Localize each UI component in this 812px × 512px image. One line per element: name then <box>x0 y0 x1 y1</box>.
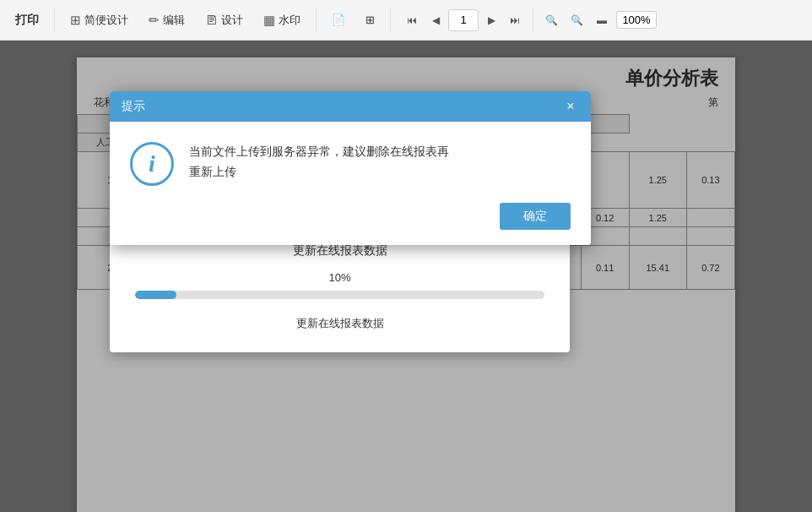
dialog-body: i 当前文件上传到服务器异常，建议删除在线报表再 重新上传 <box>110 122 591 203</box>
watermark-button[interactable]: ▦ 水印 <box>255 9 309 31</box>
main-area: 单价分析表 花和润园6号楼 第 综合单价组成（元） 人工费 材料费 机械费 计费… <box>0 41 812 512</box>
zoom-level-display: 100% <box>616 11 657 29</box>
next-page-button[interactable]: ▶ <box>480 9 502 31</box>
print-button[interactable]: 打印 <box>7 9 47 31</box>
toolbar: 打印 ⊞ 简便设计 ✏ 编辑 🖹 设计 ▦ 水印 📄 ⊞ ⏮ ◀ ▶ ⏭ 🔍 🔍… <box>0 0 812 41</box>
simple-design-button[interactable]: ⊞ 简便设计 <box>62 9 137 31</box>
last-page-button[interactable]: ⏭ <box>504 9 526 31</box>
info-icon-circle: i <box>130 142 174 186</box>
edit-button[interactable]: ✏ 编辑 <box>140 9 193 31</box>
first-page-button[interactable]: ⏮ <box>401 9 423 31</box>
watermark-icon: ▦ <box>263 13 275 28</box>
toolbar-divider-3 <box>390 8 391 32</box>
dialog-message-line2: 重新上传 <box>189 162 571 182</box>
zoom-out-button[interactable]: 🔍 <box>566 9 587 31</box>
page-icon: 📄 <box>332 14 345 26</box>
dialog-footer: 确定 <box>110 203 591 245</box>
dialog-message-line1: 当前文件上传到服务器异常，建议删除在线报表再 <box>189 142 571 162</box>
page-number-input[interactable] <box>448 9 479 31</box>
dialog-overlay: 提示 × i 当前文件上传到服务器异常，建议删除在线报表再 重新上传 确定 <box>0 41 812 512</box>
fit-page-button[interactable]: ▬ <box>591 9 613 31</box>
prev-page-button[interactable]: ◀ <box>425 9 447 31</box>
page-icon-button[interactable]: 📄 <box>323 10 354 30</box>
design-icon: 🖹 <box>205 13 218 27</box>
page-navigation: ⏮ ◀ ▶ ⏭ <box>401 9 526 31</box>
grid-icon-button[interactable]: ⊞ <box>357 10 383 30</box>
dialog-title-bar: 提示 × <box>110 91 591 122</box>
grid-icon: ⊞ <box>365 14 375 26</box>
dialog-close-button[interactable]: × <box>562 98 579 115</box>
toolbar-divider-4 <box>533 8 533 32</box>
design-button[interactable]: 🖹 设计 <box>197 9 252 31</box>
edit-icon: ✏ <box>149 13 160 28</box>
dialog-title-label: 提示 <box>122 99 145 114</box>
zoom-in-button[interactable]: 🔍 <box>540 9 562 31</box>
toolbar-divider-1 <box>54 8 55 32</box>
alert-dialog: 提示 × i 当前文件上传到服务器异常，建议删除在线报表再 重新上传 确定 <box>110 91 591 245</box>
dialog-message: 当前文件上传到服务器异常，建议删除在线报表再 重新上传 <box>189 142 571 182</box>
info-icon-letter: i <box>149 150 155 177</box>
dialog-ok-button[interactable]: 确定 <box>500 203 571 230</box>
toolbar-divider-2 <box>316 8 317 32</box>
simple-design-icon: ⊞ <box>70 13 81 28</box>
